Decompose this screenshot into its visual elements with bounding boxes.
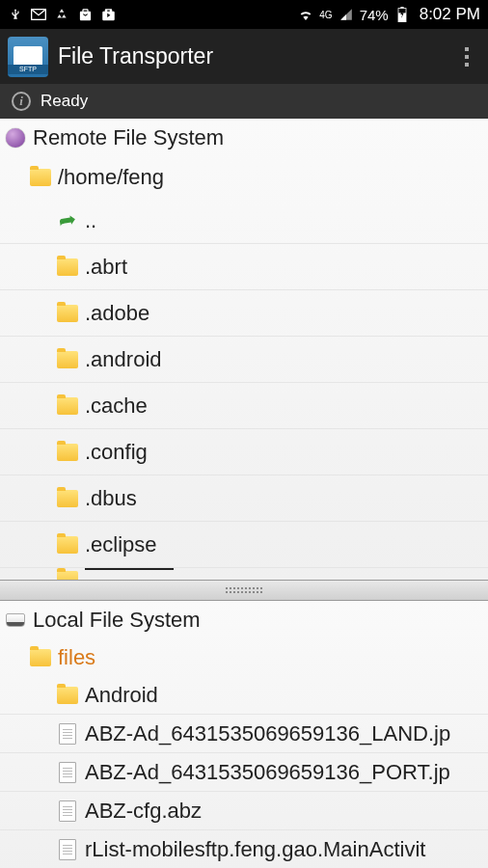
- partial-row[interactable]: [0, 568, 488, 580]
- battery-charging-icon: [394, 7, 410, 22]
- battery-pct: 74%: [360, 7, 389, 23]
- remote-entry[interactable]: .abrt: [0, 244, 488, 290]
- disk-icon: [6, 613, 25, 627]
- remote-panel[interactable]: Remote File System /home/feng ➦ .. .abrt…: [0, 119, 488, 580]
- file-icon: [59, 800, 76, 822]
- local-entry[interactable]: Android: [0, 676, 488, 715]
- entry-label: .adobe: [85, 301, 149, 326]
- app-title: File Transporter: [58, 43, 213, 69]
- up-arrow-icon: ➦: [57, 206, 78, 234]
- folder-icon: [57, 687, 78, 704]
- folder-icon: [57, 305, 78, 322]
- remote-path-row[interactable]: /home/feng: [0, 157, 488, 198]
- entry-label: rList-mobilesftp.feng.gao.MainActivit: [85, 837, 425, 862]
- local-entry[interactable]: ABZ-cfg.abz: [0, 792, 488, 830]
- file-icon: [59, 762, 76, 783]
- entry-label: .eclipse: [85, 532, 157, 557]
- file-icon: [59, 839, 76, 860]
- entry-label: .abrt: [85, 255, 127, 280]
- signal-icon: [339, 7, 354, 22]
- remote-entry[interactable]: .config: [0, 429, 488, 475]
- globe-icon: [6, 128, 25, 148]
- folder-icon: [57, 351, 78, 368]
- up-directory-label: ..: [85, 208, 96, 233]
- entry-label: ABZ-Ad_6431535069659136_LAND.jp: [85, 721, 450, 746]
- status-left-icons: [8, 7, 116, 22]
- wifi-icon: [298, 7, 313, 22]
- folder-icon: [57, 397, 78, 415]
- network-label: 4G: [319, 10, 332, 20]
- entry-label: .config: [85, 440, 148, 465]
- local-entry[interactable]: ABZ-Ad_6431535069659136_LAND.jp: [0, 715, 488, 753]
- clock: 8:02 PM: [420, 5, 480, 24]
- overflow-menu-button[interactable]: [457, 47, 480, 67]
- local-root-label: Local File System: [33, 608, 201, 633]
- android-status-bar: 4G 74% 8:02 PM: [0, 0, 488, 29]
- remote-entry[interactable]: .android: [0, 337, 488, 383]
- shop-icon: [77, 7, 93, 22]
- remote-entry[interactable]: .eclipse: [0, 522, 488, 568]
- folder-icon: [30, 649, 51, 666]
- file-icon: [59, 723, 76, 745]
- info-icon: i: [12, 92, 31, 111]
- remote-entry[interactable]: .adobe: [0, 290, 488, 337]
- remote-entry[interactable]: .cache: [0, 383, 488, 429]
- app-bar: SFTP File Transporter: [0, 29, 488, 84]
- remote-root-row[interactable]: Remote File System: [0, 119, 488, 157]
- local-root-row[interactable]: Local File System: [0, 601, 488, 639]
- remote-root-label: Remote File System: [33, 125, 224, 150]
- folder-icon: [57, 490, 78, 507]
- entry-label: ABZ-cfg.abz: [85, 799, 202, 824]
- local-path-label: files: [58, 645, 95, 670]
- folder-icon: [57, 536, 78, 554]
- entry-label: .cache: [85, 393, 148, 419]
- status-right-icons: 4G 74% 8:02 PM: [298, 5, 480, 24]
- play-icon: [100, 7, 116, 22]
- folder-icon: [30, 169, 51, 186]
- gmail-icon: [31, 7, 46, 22]
- connection-status-row: i Ready: [0, 84, 488, 119]
- local-panel[interactable]: Local File System files AndroidABZ-Ad_64…: [0, 601, 488, 868]
- up-directory-row[interactable]: ➦ ..: [0, 198, 488, 244]
- folder-icon: [57, 571, 78, 580]
- entry-label: ABZ-Ad_6431535069659136_PORT.jp: [85, 760, 450, 785]
- remote-entry[interactable]: .dbus: [0, 475, 488, 522]
- remote-path-label: /home/feng: [58, 165, 164, 190]
- app-icon: SFTP: [8, 37, 48, 77]
- folder-icon: [57, 444, 78, 461]
- recycle-icon: [54, 7, 69, 22]
- usb-icon: [8, 7, 23, 22]
- local-path-row[interactable]: files: [0, 639, 488, 676]
- folder-icon: [57, 258, 78, 276]
- local-entry[interactable]: ABZ-Ad_6431535069659136_PORT.jp: [0, 753, 488, 792]
- svg-rect-2: [400, 7, 403, 9]
- entry-label: Android: [85, 683, 158, 708]
- local-entry[interactable]: rList-mobilesftp.feng.gao.MainActivit: [0, 830, 488, 868]
- entry-label: .android: [85, 347, 162, 372]
- panel-splitter[interactable]: [0, 580, 488, 601]
- connection-status-text: Ready: [41, 92, 88, 111]
- entry-label: .dbus: [85, 486, 137, 511]
